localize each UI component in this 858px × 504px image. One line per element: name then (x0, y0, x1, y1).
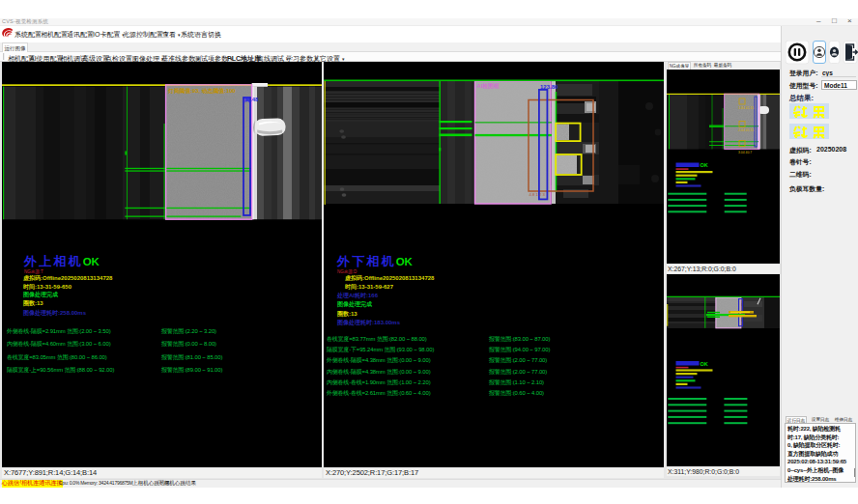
svg-text:3.04 40.7: 3.04 40.7 (738, 151, 752, 154)
svg-text:OK: OK (701, 162, 708, 168)
svg-text:OK: OK (701, 361, 708, 367)
svg-text:1.84 41.15: 1.84 41.15 (738, 106, 754, 110)
svg-text:2.04 41.15: 2.04 41.15 (738, 128, 754, 132)
svg-text:4.8 1.2 3: 4.8 1.2 3 (529, 192, 546, 197)
